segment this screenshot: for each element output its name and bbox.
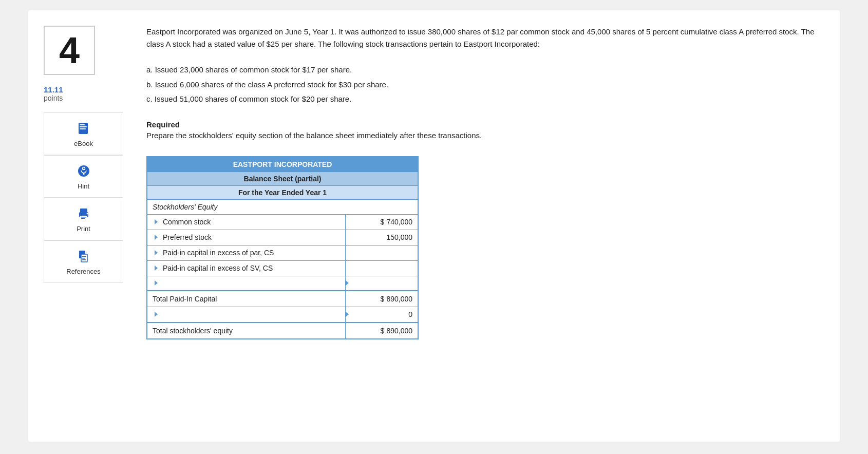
ebook-label: eBook <box>74 140 93 147</box>
part-a: a. Issued 23,000 shares of common stock … <box>146 63 824 78</box>
total-paid-in-value: $ 890,000 <box>346 291 418 307</box>
question-parts: a. Issued 23,000 shares of common stock … <box>146 63 824 107</box>
total-equity-amount: 890,000 <box>386 327 412 335</box>
references-tool[interactable]: References <box>44 240 123 283</box>
total-equity-row: Total stockholders' equity $ 890,000 <box>147 322 418 338</box>
svg-point-14 <box>86 213 88 215</box>
points-section: 11.11 points <box>44 85 63 102</box>
points-label: points <box>44 94 63 102</box>
hint-icon <box>76 163 92 179</box>
print-tool[interactable]: Print <box>44 198 123 240</box>
preferred-stock-label: Preferred stock <box>147 230 346 245</box>
common-stock-row: Common stock $ 740,000 <box>147 214 418 230</box>
paid-in-par-cs-label: Paid-in capital in excess of par, CS <box>147 245 346 260</box>
retained-earnings-row: 0 <box>147 307 418 322</box>
references-icon <box>76 248 92 264</box>
svg-rect-17 <box>82 256 86 257</box>
page-container: 4 11.11 points eBook <box>28 10 840 442</box>
total-paid-in-dollar: $ <box>381 295 385 303</box>
balance-sheet-table: EASTPORT INCORPORATED Balance Sheet (par… <box>146 156 419 339</box>
paid-in-sv-cs-value[interactable] <box>346 261 418 276</box>
svg-rect-8 <box>83 173 84 175</box>
ebook-tool[interactable]: eBook <box>44 112 123 155</box>
svg-rect-13 <box>81 218 85 219</box>
paid-in-par-cs-value[interactable] <box>346 245 418 260</box>
bs-period-text: For the Year Ended Year 1 <box>153 188 412 197</box>
bs-section-label: Stockholders' Equity <box>147 199 418 214</box>
paid-in-sv-cs-label: Paid-in capital in excess of SV, CS <box>147 261 346 276</box>
paid-in-sv-cs-row: Paid-in capital in excess of SV, CS <box>147 260 418 276</box>
question-text: Eastport Incorporated was organized on J… <box>146 26 824 50</box>
question-number: 4 <box>44 26 95 75</box>
required-text: Prepare the stockholders' equity section… <box>146 131 824 140</box>
svg-rect-7 <box>84 169 85 169</box>
total-equity-dollar: $ <box>381 327 385 335</box>
bs-period-header: For the Year Ended Year 1 <box>147 185 418 199</box>
empty-row-value[interactable] <box>346 276 418 290</box>
preferred-stock-amount: 150,000 <box>386 233 412 241</box>
svg-rect-12 <box>81 217 86 218</box>
retained-amount: 0 <box>408 310 412 318</box>
total-paid-in-label: Total Paid-In Capital <box>147 291 346 307</box>
svg-rect-18 <box>82 258 85 259</box>
common-stock-label: Common stock <box>147 215 346 230</box>
part-c: c. Issued 51,000 shares of common stock … <box>146 92 824 107</box>
bs-company-name: EASTPORT INCORPORATED <box>153 160 412 168</box>
bs-title-header: Balance Sheet (partial) <box>147 172 418 185</box>
book-icon <box>76 120 92 137</box>
empty-row <box>147 276 418 290</box>
left-sidebar: 4 11.11 points eBook <box>44 26 131 426</box>
references-label: References <box>66 268 100 275</box>
required-section: Required Prepare the stockholders' equit… <box>146 120 824 140</box>
retained-earnings-label <box>147 307 346 322</box>
svg-rect-3 <box>80 128 86 129</box>
preferred-stock-value: 150,000 <box>346 230 418 245</box>
main-content: Eastport Incorporated was organized on J… <box>131 26 824 426</box>
empty-row-label <box>147 276 346 290</box>
svg-rect-2 <box>80 126 87 127</box>
hint-tool[interactable]: Hint <box>44 155 123 198</box>
common-stock-amount: 740,000 <box>386 218 412 226</box>
print-label: Print <box>77 225 90 233</box>
total-paid-in-row: Total Paid-In Capital $ 890,000 <box>147 290 418 307</box>
points-value: 11.11 <box>44 85 63 94</box>
required-label: Required <box>146 120 824 129</box>
total-equity-value: $ 890,000 <box>346 323 418 338</box>
retained-earnings-value[interactable]: 0 <box>346 307 418 322</box>
total-equity-label: Total stockholders' equity <box>147 323 346 338</box>
paid-in-par-cs-row: Paid-in capital in excess of par, CS <box>147 245 418 260</box>
svg-rect-1 <box>80 124 85 125</box>
bs-company-header: EASTPORT INCORPORATED <box>147 157 418 172</box>
part-b: b. Issued 6,000 shares of the class A pr… <box>146 78 824 92</box>
bs-title-text: Balance Sheet (partial) <box>153 175 412 183</box>
sidebar-tools: eBook Hint <box>44 112 123 283</box>
bs-body: Stockholders' Equity Common stock $ 740,… <box>147 199 418 338</box>
common-stock-dollar: $ <box>381 218 385 226</box>
svg-rect-6 <box>82 169 84 169</box>
print-icon <box>76 205 92 222</box>
hint-label: Hint <box>78 182 89 190</box>
svg-rect-19 <box>82 259 86 260</box>
svg-rect-9 <box>80 209 87 213</box>
total-paid-in-amount: 890,000 <box>386 295 412 303</box>
common-stock-value: $ 740,000 <box>346 215 418 230</box>
preferred-stock-row: Preferred stock 150,000 <box>147 230 418 245</box>
